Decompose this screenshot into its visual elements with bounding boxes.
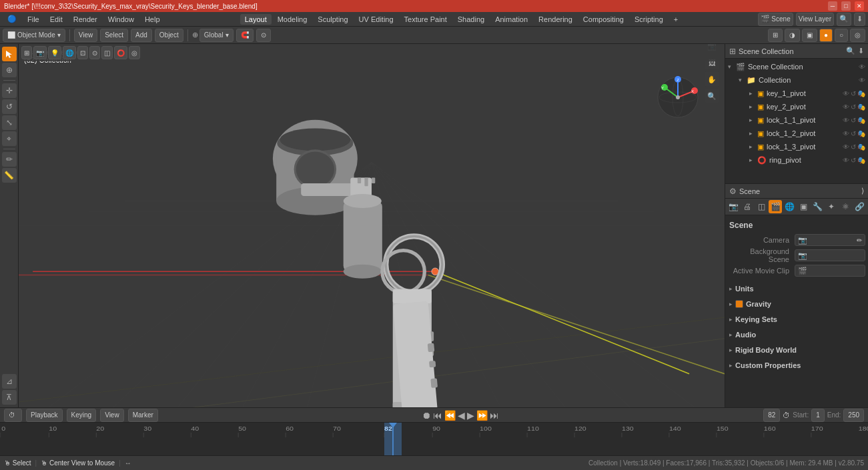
search-icon[interactable]: 🔍 <box>839 15 849 23</box>
tree-item-key1[interactable]: ▸ ▣ key_1_pivot 👁 ↺ 🎭 <box>725 87 868 100</box>
props-object-btn[interactable]: ▣ <box>797 200 810 213</box>
vp-icon-3[interactable]: 💡 <box>48 46 61 59</box>
tool-extra2[interactable]: ⊼ <box>2 390 17 405</box>
view-menu[interactable]: View <box>74 29 98 42</box>
start-frame[interactable]: 1 <box>811 409 825 422</box>
end-frame[interactable]: 250 <box>843 409 864 422</box>
props-audio-section[interactable]: ▸ Audio <box>728 327 865 342</box>
play-btn[interactable]: ▶ <box>467 410 474 421</box>
tree-item-key2[interactable]: ▸ ▣ key_2_pivot 👁 ↺ 🎭 <box>725 100 868 113</box>
props-expand-icon[interactable]: ⟩ <box>861 187 864 195</box>
shading-render-btn[interactable]: ◎ <box>850 29 865 42</box>
transform-selector[interactable]: Global ▾ <box>199 29 234 42</box>
props-particles-btn[interactable]: ✦ <box>825 200 838 213</box>
filter-controls[interactable]: ⬇ <box>854 13 865 26</box>
tab-modeling[interactable]: Modeling <box>273 14 312 25</box>
props-camera-value[interactable]: 📷 ✏ <box>795 234 865 246</box>
view-menu-timeline[interactable]: View <box>100 409 124 422</box>
props-view-layer-btn[interactable]: ◫ <box>755 200 768 213</box>
tool-scale[interactable]: ⤡ <box>2 115 17 130</box>
vp-icon-1[interactable]: ⊞ <box>21 46 32 59</box>
select-menu[interactable]: Select <box>100 29 128 42</box>
titlebar-controls[interactable]: ─ □ ✕ <box>828 1 864 11</box>
props-keying-section[interactable]: ▸ Keying Sets <box>728 312 865 327</box>
tab-sculpting[interactable]: Sculpting <box>313 14 352 25</box>
jump-end-btn[interactable]: ⏭ <box>490 410 499 421</box>
props-movie-value[interactable]: 🎬 <box>795 265 865 277</box>
tool-select[interactable] <box>2 47 17 61</box>
search-controls[interactable]: 🔍 <box>837 13 851 26</box>
tool-move[interactable]: ✛ <box>2 83 17 98</box>
props-gravity-section[interactable]: ▸ Gravity <box>728 297 865 311</box>
object-menu[interactable]: Object <box>155 29 183 42</box>
props-world-btn[interactable]: 🌐 <box>783 200 796 213</box>
mode-selector[interactable]: ⬜ Object Mode ▾ <box>3 29 65 42</box>
tab-animation[interactable]: Animation <box>490 14 532 25</box>
jump-start-btn[interactable]: ⏮ <box>433 410 442 421</box>
tab-uv-editing[interactable]: UV Editing <box>354 14 398 25</box>
menu-blender[interactable]: 🔵 <box>3 13 21 25</box>
step-fwd-btn[interactable]: ⏩ <box>476 410 488 421</box>
tab-compositing[interactable]: Compositing <box>578 14 628 25</box>
viewport-overlays-btn[interactable]: ◑ <box>785 29 800 42</box>
current-frame-display[interactable]: 82 <box>763 409 780 422</box>
outliner-tree[interactable]: ▾ 🎬 Scene Collection 👁 ▾ 📁 Collection 👁 <box>725 59 868 183</box>
vp-icon-7[interactable]: ◫ <box>101 46 113 59</box>
menu-file[interactable]: File <box>23 14 44 25</box>
vp-icon-2[interactable]: 📷 <box>33 46 47 59</box>
props-physics-btn[interactable]: ⚛ <box>839 200 852 213</box>
props-bg-scene-value[interactable]: 📷 <box>795 249 865 261</box>
snap-button[interactable]: 🧲 <box>236 29 254 42</box>
record-btn[interactable]: ⏺ <box>422 410 431 421</box>
props-modifier-btn[interactable]: 🔧 <box>811 200 824 213</box>
tool-extra[interactable]: ⊿ <box>2 374 17 389</box>
tool-measure[interactable]: 📏 <box>2 168 17 183</box>
pan-tool[interactable]: ✋ <box>705 72 719 87</box>
outliner-filter-icon[interactable]: ⬇ <box>858 47 864 55</box>
tab-add[interactable]: + <box>669 14 683 25</box>
shading-solid-btn[interactable]: ● <box>819 29 833 42</box>
timeline-mode-btn[interactable]: ⏱ <box>4 409 22 422</box>
tab-layout[interactable]: Layout <box>240 14 272 25</box>
shading-material-btn[interactable]: ○ <box>835 29 848 42</box>
vp-icon-6[interactable]: ⊙ <box>89 46 100 59</box>
keying-menu[interactable]: Keying <box>67 409 97 422</box>
vp-icon-9[interactable]: ◎ <box>129 46 140 59</box>
tab-scripting[interactable]: Scripting <box>630 14 668 25</box>
vp-icon-4[interactable]: 🌐 <box>63 46 76 59</box>
viewport-gizmos-btn[interactable]: ⊞ <box>768 29 783 42</box>
props-scene-btn[interactable]: 🎬 <box>769 200 782 213</box>
timeline-ruler[interactable]: 0 10 20 30 40 50 60 70 82 90 100 110 120… <box>0 422 868 455</box>
zoom-tool[interactable]: 🔍 <box>705 89 719 103</box>
vp-icon-8[interactable]: ⭕ <box>114 46 127 59</box>
scene-icon[interactable]: 🎬 <box>761 15 770 23</box>
marker-menu[interactable]: Marker <box>128 409 158 422</box>
props-custom-props-section[interactable]: ▸ Custom Properties <box>728 358 865 373</box>
menu-edit[interactable]: Edit <box>45 14 67 25</box>
outliner-search-icon[interactable]: 🔍 <box>846 47 855 55</box>
props-output-btn[interactable]: 🖨 <box>741 200 754 213</box>
props-rigid-body-section[interactable]: ▸ Rigid Body World <box>728 343 865 357</box>
playback-menu[interactable]: Playback <box>26 409 63 422</box>
gravity-checkbox[interactable] <box>735 300 743 308</box>
tab-rendering[interactable]: Rendering <box>534 14 577 25</box>
tab-shading[interactable]: Shading <box>453 14 489 25</box>
step-back-btn[interactable]: ⏪ <box>444 410 456 421</box>
tree-item-scene-collection[interactable]: ▾ 🎬 Scene Collection 👁 <box>725 60 868 73</box>
tool-transform[interactable]: ⌖ <box>2 131 17 146</box>
close-button[interactable]: ✕ <box>855 1 864 11</box>
play-reverse-btn[interactable]: ◀ <box>458 410 465 421</box>
add-menu[interactable]: Add <box>131 29 152 42</box>
filter-icon[interactable]: ⬇ <box>857 15 863 23</box>
menu-render[interactable]: Render <box>69 14 102 25</box>
tree-item-lock3[interactable]: ▸ ▣ lock_1_3_pivot 👁 ↺ 🎭 <box>725 140 868 153</box>
props-camera-expand[interactable]: ✏ <box>857 237 862 244</box>
tab-texture-paint[interactable]: Texture Paint <box>400 14 452 25</box>
tree-item-lock2[interactable]: ▸ ▣ lock_1_2_pivot 👁 ↺ 🎭 <box>725 127 868 140</box>
minimize-button[interactable]: ─ <box>828 1 837 11</box>
maximize-button[interactable]: □ <box>841 1 851 11</box>
xray-btn[interactable]: ▣ <box>802 29 817 42</box>
menu-help[interactable]: Help <box>140 14 165 25</box>
tree-item-ring[interactable]: ▸ ⭕ ring_pivot 👁 ↺ 🎭 <box>725 153 868 167</box>
props-units-section[interactable]: ▸ Units <box>728 281 865 296</box>
